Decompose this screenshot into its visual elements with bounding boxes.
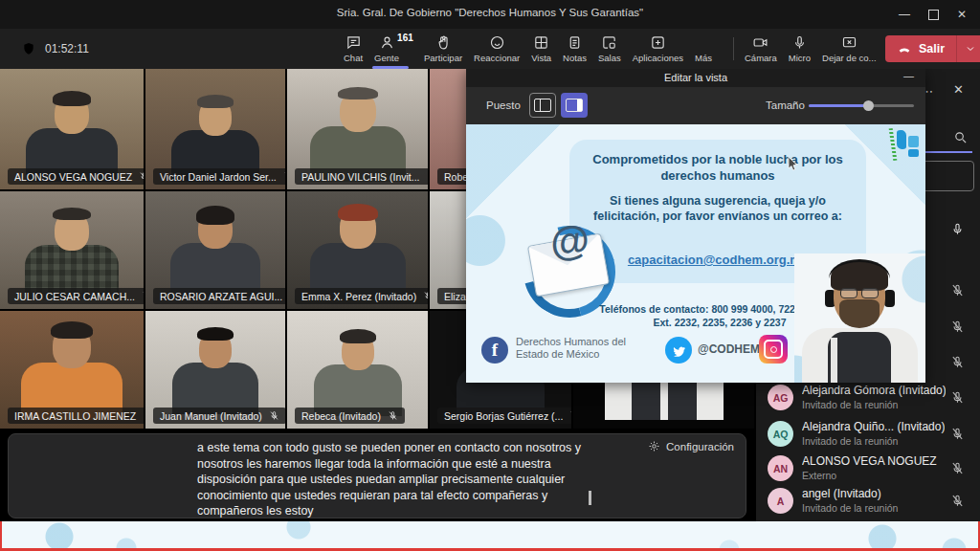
hangup-icon bbox=[897, 41, 912, 56]
microphone-button[interactable]: Micro bbox=[783, 29, 816, 69]
mouse-cursor bbox=[788, 157, 799, 172]
chat-button[interactable]: Chat bbox=[338, 29, 368, 69]
mic-muted-icon[interactable] bbox=[950, 320, 965, 334]
layout-left-option[interactable] bbox=[529, 93, 556, 118]
window-title: Sria. Gral. De Gobierno "Derechos Humano… bbox=[0, 7, 980, 18]
mic-muted-icon[interactable] bbox=[950, 427, 965, 441]
participant-name-label: IRMA CASTILLO JIMENEZ bbox=[8, 408, 144, 424]
presenter-head-shape bbox=[834, 267, 885, 326]
participant-count-badge: 161 bbox=[397, 33, 413, 43]
video-tile[interactable]: ALONSO VEGA NOGUEZ bbox=[0, 69, 144, 189]
caption-caret bbox=[589, 491, 591, 505]
edit-view-minimize-button[interactable]: — bbox=[903, 70, 914, 81]
twitter-bird-icon bbox=[672, 343, 686, 358]
video-tile[interactable]: PAULINO VILCHIS (Invit... bbox=[287, 69, 428, 189]
mic-muted-icon[interactable] bbox=[950, 461, 965, 475]
mic-muted-icon[interactable] bbox=[950, 355, 965, 369]
breakout-rooms-icon bbox=[601, 34, 617, 51]
participant-name-label: PAULINO VILCHIS (Invit... bbox=[295, 168, 428, 185]
mic-muted-icon bbox=[269, 410, 279, 421]
maximize-icon bbox=[928, 10, 939, 20]
layout-right-option-selected[interactable] bbox=[561, 93, 588, 118]
video-tile[interactable]: Emma X. Perez (Invitado) bbox=[287, 191, 428, 309]
mic-muted-icon[interactable] bbox=[950, 283, 965, 298]
size-label: Tamaño bbox=[766, 99, 805, 111]
participant-name-label: ROSARIO ARZATE AGUI... bbox=[153, 288, 285, 304]
edit-view-title: Editar la vista bbox=[466, 72, 925, 83]
mic-muted-icon bbox=[427, 171, 428, 182]
gear-icon bbox=[648, 440, 660, 452]
teams-meeting-window: Sria. Gral. De Gobierno "Derechos Humano… bbox=[0, 0, 980, 551]
slide-body-text: Si tienes alguna sugerencia, queja y/o f… bbox=[592, 193, 843, 224]
video-tile[interactable]: IRMA CASTILLO JIMENEZ bbox=[0, 311, 144, 429]
meeting-toolbar: 01:52:11 Chat 161 Gente Participar Reacc… bbox=[0, 29, 980, 69]
instagram-icon bbox=[759, 335, 788, 364]
participant-name-label: Rebeca (Invitado) bbox=[295, 408, 405, 424]
twitter-handle: @CODHEM bbox=[698, 343, 760, 356]
stop-sharing-button[interactable]: Dejar de co... bbox=[816, 29, 882, 69]
captions-settings-button[interactable]: Configuración bbox=[648, 440, 734, 452]
mic-on-icon[interactable] bbox=[950, 222, 965, 236]
notes-icon bbox=[567, 34, 583, 51]
video-tile[interactable]: Victor Daniel Jardon Ser... bbox=[145, 69, 285, 189]
avatar: AQ bbox=[768, 421, 793, 447]
mic-muted-icon[interactable] bbox=[950, 494, 965, 508]
participant-name-label: ALONSO VEGA NOGUEZ bbox=[8, 168, 144, 185]
position-label: Puesto bbox=[486, 99, 521, 111]
leave-button[interactable]: Salir bbox=[885, 35, 980, 62]
shared-screen-strip bbox=[0, 521, 980, 551]
presenter-video[interactable] bbox=[794, 253, 925, 383]
video-tile[interactable]: JULIO CESAR CAMACH... bbox=[0, 191, 144, 309]
window-maximize-button[interactable] bbox=[919, 4, 947, 25]
edit-view-overlay: Editar la vista — Puesto Tamaño bbox=[466, 69, 925, 383]
chevron-down-icon bbox=[965, 43, 976, 55]
mic-muted-icon bbox=[388, 410, 398, 421]
window-close-button[interactable]: ✕ bbox=[947, 4, 976, 25]
participant-row[interactable]: AQ Alejandra Quiño... (Invitado) Invitad… bbox=[756, 417, 980, 452]
participant-name-label: Emma X. Perez (Invitado) bbox=[295, 288, 428, 304]
person-silhouette bbox=[310, 207, 406, 298]
logo-bar-shape bbox=[908, 149, 919, 157]
more-actions-button[interactable]: Más bbox=[689, 29, 718, 69]
caption-text: a este tema con todo gusto se pueden pon… bbox=[197, 440, 647, 519]
edit-view-controls: Puesto Tamaño bbox=[466, 87, 925, 124]
mic-muted-icon bbox=[139, 171, 144, 182]
participant-name-label: JULIO CESAR CAMACH... bbox=[8, 288, 144, 304]
leave-button-main[interactable]: Salir bbox=[885, 41, 956, 56]
raise-hand-button[interactable]: Participar bbox=[418, 29, 468, 69]
person-silhouette bbox=[21, 324, 122, 420]
codhem-logo bbox=[885, 128, 920, 163]
apps-button[interactable]: Aplicaciones bbox=[627, 29, 689, 69]
participant-row[interactable]: A angel (Invitado) Invitado de la reunió… bbox=[756, 484, 980, 518]
logo-bar-shape bbox=[897, 129, 906, 149]
react-button[interactable]: Reaccionar bbox=[468, 29, 525, 69]
mic-muted-icon bbox=[283, 171, 285, 182]
mic-muted-icon bbox=[143, 410, 144, 421]
mic-muted-icon bbox=[142, 291, 144, 301]
window-minimize-button[interactable]: — bbox=[890, 4, 919, 25]
rooms-button[interactable]: Salas bbox=[592, 29, 627, 69]
layout-right-icon bbox=[566, 99, 583, 112]
layout-left-icon bbox=[534, 99, 551, 112]
mic-muted-icon[interactable] bbox=[950, 390, 965, 405]
participant-row[interactable]: AG Alejandra Gómora (Invitado) Invitado … bbox=[756, 381, 980, 415]
stop-share-icon bbox=[841, 34, 858, 51]
participant-row[interactable]: AN ALONSO VEGA NOGUEZ Externo bbox=[756, 452, 980, 486]
leave-options-chevron[interactable] bbox=[957, 43, 980, 55]
slider-fill bbox=[809, 104, 869, 107]
size-slider[interactable] bbox=[809, 104, 914, 107]
people-button[interactable]: 161 Gente bbox=[368, 29, 418, 69]
panel-close-icon[interactable]: ✕ bbox=[953, 82, 964, 97]
search-icon[interactable] bbox=[953, 130, 968, 144]
view-button[interactable]: Vista bbox=[525, 29, 557, 69]
notes-button[interactable]: Notas bbox=[557, 29, 592, 69]
headset-cup-shape bbox=[884, 290, 895, 307]
window-title-bar: Sria. Gral. De Gobierno "Derechos Humano… bbox=[0, 0, 980, 29]
edit-view-header[interactable]: Editar la vista — bbox=[466, 69, 925, 87]
video-tile[interactable]: Juan Manuel (Invitado) bbox=[145, 311, 285, 429]
video-tile[interactable]: Rebeca (Invitado) bbox=[287, 311, 428, 429]
camera-button[interactable]: Cámara bbox=[739, 29, 783, 69]
slider-thumb[interactable] bbox=[863, 100, 874, 111]
video-tile[interactable]: ROSARIO ARZATE AGUI... bbox=[145, 191, 285, 309]
mic-muted-icon bbox=[569, 410, 571, 421]
